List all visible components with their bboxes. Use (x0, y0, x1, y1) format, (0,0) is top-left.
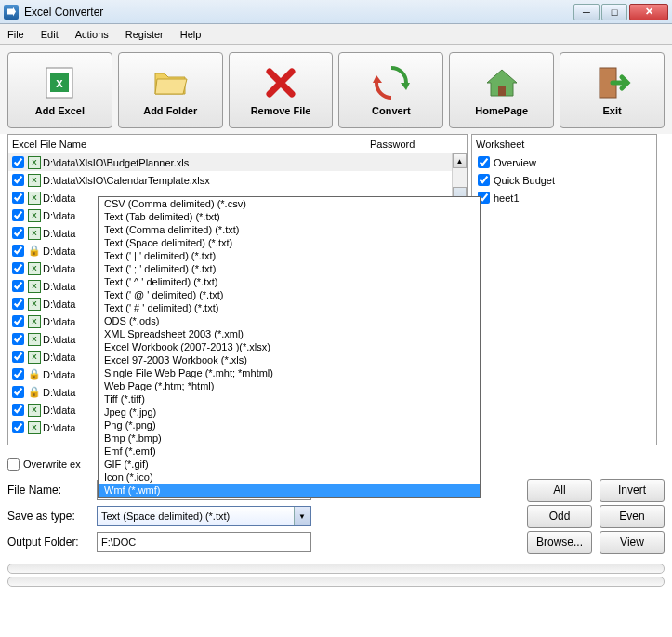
add-folder-button[interactable]: Add Folder (118, 52, 223, 128)
saveastype-combo[interactable]: Text (Space delimited) (*.txt) ▼ (97, 506, 311, 526)
maximize-button[interactable]: □ (601, 4, 627, 20)
dropdown-option[interactable]: Png (*.png) (99, 418, 480, 431)
dropdown-option[interactable]: Text (Space delimited) (*.txt) (99, 236, 480, 249)
worksheet-row[interactable]: Quick Budget (472, 171, 656, 189)
xls-icon: X (28, 192, 41, 205)
menu-register[interactable]: Register (125, 29, 164, 40)
lock-icon: 🔒 (28, 368, 41, 381)
file-name-text: D:\data (43, 281, 75, 292)
file-name-text: D:\data (43, 210, 75, 221)
dropdown-option[interactable]: XML Spreadsheet 2003 (*.xml) (99, 327, 480, 340)
close-button[interactable]: ✕ (629, 4, 668, 20)
dropdown-option[interactable]: Text (' ; ' delimited) (*.txt) (99, 262, 480, 275)
file-checkbox[interactable] (12, 333, 24, 345)
file-checkbox[interactable] (12, 192, 24, 204)
file-name-text: D:\data (43, 369, 75, 380)
exit-button[interactable]: Exit (560, 52, 665, 128)
worksheet-checkbox[interactable] (478, 156, 490, 168)
file-checkbox[interactable] (12, 280, 24, 292)
col-filename[interactable]: Excel File Name (12, 139, 370, 150)
dropdown-option[interactable]: CSV (Comma delimited) (*.csv) (99, 197, 480, 210)
invert-button[interactable]: Invert (600, 479, 665, 502)
xls-icon: X (28, 333, 41, 346)
add-excel-button[interactable]: X Add Excel (7, 52, 112, 128)
dropdown-option[interactable]: Excel Workbook (2007-2013 )(*.xlsx) (99, 340, 480, 353)
dropdown-option[interactable]: Text (' # ' delimited) (*.txt) (99, 301, 480, 314)
titlebar: Excel Converter ─ □ ✕ (0, 0, 672, 24)
worksheet-row[interactable]: heet1 (472, 189, 656, 206)
dropdown-option[interactable]: Text (' | ' delimited) (*.txt) (99, 249, 480, 262)
file-name-text: D:\data\XlsIO\CalendarTemplate.xlsx (43, 175, 210, 186)
dropdown-option[interactable]: Text (Tab delimited) (*.txt) (99, 210, 480, 223)
excel-file-icon: X (41, 64, 78, 101)
dropdown-option[interactable]: Text (' ^ ' delimited) (*.txt) (99, 275, 480, 288)
dropdown-option[interactable]: Bmp (*.bmp) (99, 431, 480, 445)
dropdown-option[interactable]: Web Page (*.htm; *html) (99, 379, 480, 392)
file-checkbox[interactable] (12, 386, 24, 398)
xls-icon: X (28, 315, 41, 328)
file-name-text: D:\data (43, 316, 75, 327)
overwrite-checkbox[interactable]: Overwrite ex (7, 458, 81, 471)
chevron-down-icon[interactable]: ▼ (294, 507, 310, 525)
xls-icon: X (28, 227, 41, 240)
dropdown-option[interactable]: Emf (*.emf) (99, 445, 480, 458)
dropdown-option[interactable]: Icon (*.ico) (99, 471, 480, 484)
file-checkbox[interactable] (12, 156, 24, 168)
worksheet-checkbox[interactable] (478, 174, 490, 186)
file-checkbox[interactable] (12, 421, 24, 433)
view-button[interactable]: View (600, 531, 665, 554)
file-checkbox[interactable] (12, 227, 24, 239)
file-name-text: D:\data (43, 334, 75, 345)
worksheet-pane: Worksheet OverviewQuick Budgetheet1 (471, 134, 657, 445)
xls-icon: X (28, 156, 41, 169)
worksheet-row[interactable]: Overview (472, 153, 656, 171)
dropdown-option[interactable]: Excel 97-2003 Workbook (*.xls) (99, 353, 480, 366)
homepage-button[interactable]: HomePage (449, 52, 554, 128)
dropdown-option[interactable]: Tiff (*.tiff) (99, 392, 480, 405)
file-row[interactable]: XD:\data\XlsIO\CalendarTemplate.xlsx (8, 171, 467, 189)
remove-file-button[interactable]: Remove File (229, 52, 334, 128)
dropdown-option[interactable]: GIF (*.gif) (99, 458, 480, 471)
menu-help[interactable]: Help (180, 29, 202, 40)
file-checkbox[interactable] (12, 174, 24, 186)
filename-label: File Name: (7, 484, 91, 497)
file-checkbox[interactable] (12, 404, 24, 416)
even-button[interactable]: Even (600, 505, 665, 528)
col-password[interactable]: Password (370, 139, 463, 150)
outputfolder-input[interactable] (97, 532, 311, 552)
home-icon (483, 64, 520, 101)
menu-actions[interactable]: Actions (75, 29, 109, 40)
dropdown-option[interactable]: Jpeg (*.jpg) (99, 405, 480, 418)
file-checkbox[interactable] (12, 245, 24, 257)
file-checkbox[interactable] (12, 351, 24, 363)
col-worksheet[interactable]: Worksheet (476, 139, 524, 150)
all-button[interactable]: All (527, 479, 592, 502)
worksheet-list[interactable]: OverviewQuick Budgetheet1 (472, 153, 656, 206)
file-name-text: D:\data\XlsIO\BudgetPlanner.xls (43, 157, 189, 168)
dropdown-option[interactable]: Text (Comma delimited) (*.txt) (99, 223, 480, 236)
saveastype-dropdown[interactable]: CSV (Comma delimited) (*.csv)Text (Tab d… (98, 196, 481, 498)
app-icon (4, 5, 19, 20)
file-checkbox[interactable] (12, 315, 24, 327)
file-checkbox[interactable] (12, 209, 24, 221)
file-name-text: D:\data (43, 422, 75, 433)
convert-button[interactable]: Convert (338, 52, 443, 128)
dropdown-option[interactable]: ODS (*.ods) (99, 314, 480, 327)
menu-edit[interactable]: Edit (41, 29, 59, 40)
dropdown-option[interactable]: Text (' @ ' delimited) (*.txt) (99, 288, 480, 301)
progress-bar-2 (7, 577, 665, 587)
file-list-header: Excel File Name Password (8, 135, 467, 153)
scroll-up-icon[interactable]: ▲ (453, 153, 467, 168)
folder-icon (152, 64, 189, 101)
file-row[interactable]: XD:\data\XlsIO\BudgetPlanner.xls (8, 153, 467, 171)
dropdown-option[interactable]: Single File Web Page (*.mht; *mhtml) (99, 366, 480, 379)
file-checkbox[interactable] (12, 298, 24, 310)
window-title: Excel Converter (24, 6, 572, 19)
file-checkbox[interactable] (12, 262, 24, 274)
minimize-button[interactable]: ─ (573, 4, 600, 20)
browse-button[interactable]: Browse... (527, 531, 592, 554)
dropdown-option[interactable]: Wmf (*.wmf) (99, 484, 480, 497)
menu-file[interactable]: File (7, 29, 24, 40)
file-checkbox[interactable] (12, 368, 24, 380)
odd-button[interactable]: Odd (527, 505, 592, 528)
